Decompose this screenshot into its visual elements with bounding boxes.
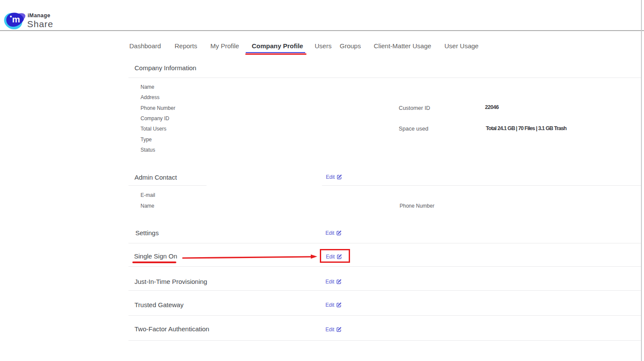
svg-text:m: m: [12, 15, 20, 24]
